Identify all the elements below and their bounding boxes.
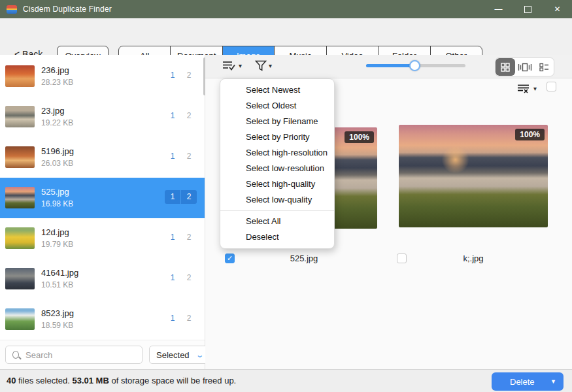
status-text: 40 files selected. 53.01 MB of storage s… bbox=[7, 376, 236, 385]
thumbnail bbox=[5, 106, 35, 127]
search-icon bbox=[12, 351, 19, 359]
auto-select-menu: Select Newest Select Oldest Select by Fi… bbox=[220, 78, 335, 249]
file-size: 18.59 KB bbox=[41, 321, 73, 330]
titlebar: Cisdem Duplicate Finder — ✕ bbox=[0, 0, 572, 18]
menu-item[interactable]: Select high-resolution bbox=[220, 145, 334, 161]
main-toolbar: ▾ ▾ bbox=[205, 55, 572, 78]
sidebar-footer: Selected ⌄ bbox=[0, 340, 205, 370]
card-filename: 525.jpg bbox=[231, 253, 377, 263]
search-input[interactable] bbox=[24, 350, 142, 361]
selected-count: 40 bbox=[7, 376, 16, 385]
grid-view-button[interactable] bbox=[496, 58, 515, 76]
list-view-button[interactable] bbox=[534, 58, 554, 76]
filter-icon[interactable] bbox=[255, 60, 267, 72]
list-item[interactable]: 8523.jpg 18.59 KB 1 2 bbox=[0, 299, 205, 340]
list-item-selected[interactable]: 525.jpg 16.98 KB 1 2 bbox=[0, 178, 205, 218]
thumbnail bbox=[5, 227, 35, 249]
file-name: 41641.jpg bbox=[41, 268, 78, 278]
duplicate-groups-sidebar: 236.jpg 28.23 KB 1 2 23.jpg 19.22 KB 1 2… bbox=[0, 55, 205, 369]
menu-item[interactable]: Select Oldest bbox=[220, 98, 334, 114]
thumbnail bbox=[5, 187, 35, 208]
thumbnail bbox=[5, 308, 35, 330]
app-window: Cisdem Duplicate Finder — ✕ < Back Overv… bbox=[0, 0, 572, 392]
count-badge-2[interactable]: 2 bbox=[181, 233, 197, 242]
slider-knob[interactable] bbox=[409, 60, 420, 71]
count-badge-2[interactable]: 2 bbox=[181, 273, 197, 282]
close-button[interactable]: ✕ bbox=[543, 0, 572, 18]
count-badge-2[interactable]: 2 bbox=[181, 152, 197, 161]
close-icon: ✕ bbox=[554, 5, 560, 14]
file-size: 16.98 KB bbox=[41, 199, 73, 208]
list-item[interactable]: 236.jpg 28.23 KB 1 2 bbox=[0, 56, 205, 97]
count-badge-2[interactable]: 2 bbox=[181, 71, 197, 80]
count-badge-2[interactable]: 2 bbox=[181, 190, 197, 204]
file-name: 12d.jpg bbox=[41, 227, 69, 237]
slider-fill bbox=[366, 64, 414, 67]
status-bar: 40 files selected. 53.01 MB of storage s… bbox=[0, 369, 572, 392]
file-size: 10.51 KB bbox=[41, 280, 73, 289]
count-badge-1[interactable]: 1 bbox=[165, 71, 180, 80]
count-badge-1[interactable]: 1 bbox=[165, 111, 180, 120]
thumbnail bbox=[5, 268, 35, 289]
freed-size: 53.01 MB bbox=[72, 376, 109, 385]
deselect-group-caret-icon[interactable]: ▾ bbox=[533, 85, 537, 92]
file-name: 525.jpg bbox=[41, 187, 69, 197]
count-badge-2[interactable]: 2 bbox=[181, 314, 197, 323]
deselect-group-icon[interactable] bbox=[516, 84, 530, 94]
search-box[interactable] bbox=[5, 346, 143, 364]
delete-button[interactable]: Delete ▼ bbox=[492, 372, 564, 391]
file-size: 28.23 KB bbox=[41, 78, 73, 87]
menu-item[interactable]: Select by Filename bbox=[220, 114, 334, 129]
menu-item[interactable]: Select low-resolution bbox=[220, 161, 334, 176]
duplicate-image-preview[interactable]: 100% bbox=[399, 125, 548, 227]
count-badge-1[interactable]: 1 bbox=[165, 190, 181, 204]
menu-item-select-all[interactable]: Select All bbox=[220, 214, 334, 229]
count-badge-1[interactable]: 1 bbox=[165, 233, 180, 242]
status-text-2: of storage space will be freed up. bbox=[109, 376, 236, 385]
delete-caret-icon[interactable]: ▼ bbox=[550, 378, 556, 385]
list-item[interactable]: 41641.jpg 10.51 KB 1 2 bbox=[0, 259, 205, 299]
file-name: 236.jpg bbox=[41, 65, 69, 75]
menu-item-deselect[interactable]: Deselect bbox=[220, 229, 334, 245]
menu-item[interactable]: Select by Priority bbox=[220, 129, 334, 145]
auto-select-caret-icon[interactable]: ▾ bbox=[239, 62, 242, 69]
menu-item[interactable]: Select Newest bbox=[220, 82, 334, 98]
view-mode-switcher bbox=[495, 57, 554, 76]
menu-separator bbox=[220, 210, 334, 211]
thumbnail-size-slider[interactable] bbox=[366, 64, 465, 67]
chevron-down-icon: ⌄ bbox=[195, 351, 204, 359]
compare-view-button[interactable] bbox=[515, 58, 535, 76]
maximize-button[interactable] bbox=[513, 0, 543, 18]
list-item[interactable]: 5196.jpg 26.03 KB 1 2 bbox=[0, 137, 205, 178]
count-badge-1[interactable]: 1 bbox=[165, 273, 180, 282]
minimize-button[interactable]: — bbox=[484, 0, 513, 18]
card-filename: k;.jpg bbox=[399, 253, 548, 263]
count-badge-1[interactable]: 1 bbox=[165, 152, 180, 161]
file-size: 19.22 KB bbox=[41, 118, 73, 127]
file-size: 19.79 KB bbox=[41, 240, 73, 249]
menu-item[interactable]: Select high-quality bbox=[220, 176, 334, 192]
similarity-badge: 100% bbox=[345, 131, 374, 143]
delete-label: Delete bbox=[510, 377, 535, 387]
list-item[interactable]: 12d.jpg 19.79 KB 1 2 bbox=[0, 218, 205, 259]
filter-caret-icon[interactable]: ▾ bbox=[269, 62, 272, 69]
file-name: 5196.jpg bbox=[41, 146, 74, 156]
count-badge-1[interactable]: 1 bbox=[165, 314, 180, 323]
menu-item[interactable]: Select low-quality bbox=[220, 192, 334, 208]
selected-filter-label: Selected bbox=[156, 350, 190, 360]
thumbnail bbox=[5, 65, 35, 87]
thumbnail bbox=[5, 146, 35, 168]
file-size: 26.03 KB bbox=[41, 159, 73, 168]
file-name: 23.jpg bbox=[41, 106, 64, 116]
status-text-1: files selected. bbox=[16, 376, 72, 385]
selected-filter-dropdown[interactable]: Selected ⌄ bbox=[149, 346, 209, 364]
minimize-icon: — bbox=[495, 5, 503, 14]
nav-bar: < Back Overview All Document Image Music… bbox=[0, 18, 572, 55]
group-select-checkbox[interactable] bbox=[547, 82, 556, 91]
count-badge-2[interactable]: 2 bbox=[181, 111, 197, 120]
auto-select-icon[interactable] bbox=[222, 60, 236, 71]
list-item[interactable]: 23.jpg 19.22 KB 1 2 bbox=[0, 97, 205, 137]
window-title: Cisdem Duplicate Finder bbox=[23, 5, 112, 14]
file-name: 8523.jpg bbox=[41, 308, 74, 318]
maximize-icon bbox=[524, 6, 531, 13]
